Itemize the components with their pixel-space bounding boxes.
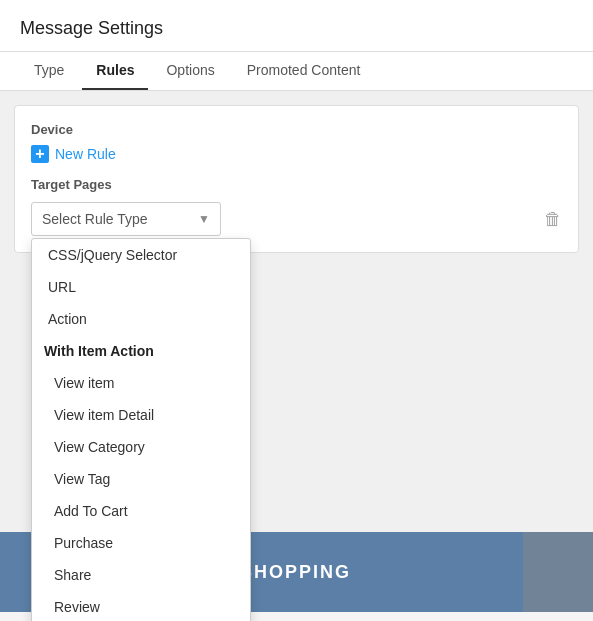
tab-rules[interactable]: Rules	[82, 52, 148, 90]
dropdown-item-share[interactable]: Share	[32, 559, 250, 591]
tab-type[interactable]: Type	[20, 52, 78, 90]
tab-options[interactable]: Options	[152, 52, 228, 90]
dropdown-group-item-action: With Item Action	[32, 335, 250, 367]
page-title: Message Settings	[20, 18, 163, 38]
dropdown-item-css[interactable]: CSS/jQuery Selector	[32, 239, 250, 271]
rules-card: Device + New Rule Target Pages Select Ru…	[14, 105, 579, 253]
dropdown-item-view-category[interactable]: View Category	[32, 431, 250, 463]
dropdown-menu: CSS/jQuery Selector URL Action With Item…	[31, 238, 251, 621]
tab-promoted-content[interactable]: Promoted Content	[233, 52, 375, 90]
shopping-text: SHOPPING	[240, 562, 351, 583]
dropdown-item-action[interactable]: Action	[32, 303, 250, 335]
dropdown-item-view-tag[interactable]: View Tag	[32, 463, 250, 495]
new-rule-btn[interactable]: + New Rule	[31, 145, 562, 163]
page-header: Message Settings	[0, 0, 593, 52]
target-pages-label: Target Pages	[31, 177, 562, 192]
dropdown-item-url[interactable]: URL	[32, 271, 250, 303]
dropdown-item-review[interactable]: Review	[32, 591, 250, 621]
dropdown-item-purchase[interactable]: Purchase	[32, 527, 250, 559]
dropdown-item-view-item-detail[interactable]: View item Detail	[32, 399, 250, 431]
new-rule-text: New Rule	[55, 146, 116, 162]
new-rule-icon: +	[31, 145, 49, 163]
delete-rule-icon[interactable]: 🗑	[544, 209, 562, 230]
tabs-bar: Type Rules Options Promoted Content	[0, 52, 593, 91]
device-label: Device	[31, 122, 562, 137]
dropdown-item-add-to-cart[interactable]: Add To Cart	[32, 495, 250, 527]
dropdown-item-view-item[interactable]: View item	[32, 367, 250, 399]
main-content: Device + New Rule Target Pages Select Ru…	[0, 91, 593, 612]
select-rule-type[interactable]: Select Rule Type ▼	[31, 202, 221, 236]
select-placeholder: Select Rule Type	[42, 211, 148, 227]
rule-row: Select Rule Type ▼ 🗑 CSS/jQuery Selector…	[31, 202, 562, 236]
dropdown-arrow-icon: ▼	[198, 212, 210, 226]
shopping-right-panel	[523, 532, 593, 612]
